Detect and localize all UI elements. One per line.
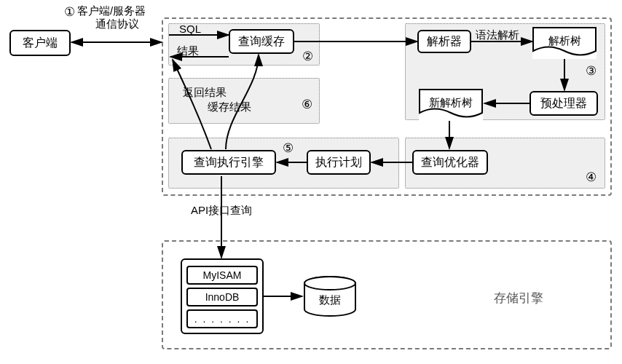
step-1: ① (64, 4, 75, 20)
sql-label: SQL (179, 23, 201, 35)
exec-engine-box: 查询执行引擎 (181, 150, 276, 175)
engine-innodb-label: InnoDB (205, 291, 240, 303)
engine-innodb: InnoDB (186, 288, 258, 306)
query-cache-box: 查询缓存 (229, 29, 294, 54)
new-parse-tree-label: 新解析树 (419, 96, 483, 110)
engine-more: . . . . . . . (186, 309, 258, 328)
api-query-label: API接口查询 (191, 204, 252, 218)
parser-box: 解析器 (417, 30, 471, 53)
query-optimizer-label: 查询优化器 (421, 155, 479, 170)
preprocessor-box: 预处理器 (530, 91, 598, 116)
exec-plan-box: 执行计划 (307, 150, 371, 175)
result-label: 结果 (177, 44, 199, 58)
exec-engine-label: 查询执行引擎 (194, 155, 264, 170)
storage-title: 存储引擎 (494, 290, 543, 306)
new-parse-tree-doc: 新解析树 (419, 89, 483, 121)
grammar-parse-label: 语法解析 (476, 28, 519, 42)
step-5: ⑤ (283, 141, 294, 156)
client-label: 客户端 (23, 36, 58, 51)
parse-tree-label: 解析树 (532, 34, 597, 48)
protocol-label-2: 通信协议 (95, 17, 139, 31)
data-label: 数据 (303, 293, 357, 307)
return-result-label: 返回结果 (183, 86, 227, 100)
cache-result-label: 缓存结果 (208, 100, 251, 114)
exec-plan-label: 执行计划 (315, 155, 362, 170)
engine-myisam: MyISAM (186, 266, 258, 285)
parser-label: 解析器 (427, 34, 462, 50)
engine-myisam-label: MyISAM (203, 269, 242, 281)
query-optimizer-box: 查询优化器 (412, 150, 488, 175)
client-box: 客户端 (9, 30, 71, 56)
protocol-label-1: 客户端/服务器 (77, 4, 146, 18)
data-cylinder: 数据 (303, 276, 357, 318)
parse-tree-doc: 解析树 (532, 27, 597, 59)
step-4: ④ (586, 170, 597, 185)
svg-point-13 (304, 277, 355, 290)
engine-more-label: . . . . . . . (194, 313, 251, 325)
step-6: ⑥ (302, 97, 312, 112)
preprocessor-label: 预处理器 (540, 96, 587, 111)
query-cache-label: 查询缓存 (238, 34, 285, 50)
step-2: ② (302, 49, 313, 64)
step-3: ③ (586, 63, 597, 79)
engine-list: MyISAM InnoDB . . . . . . . (181, 258, 264, 334)
